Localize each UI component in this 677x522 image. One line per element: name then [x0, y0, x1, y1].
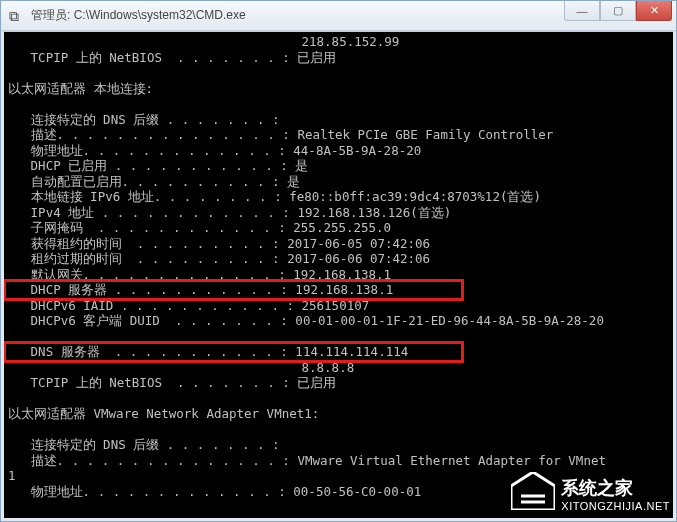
- description-value: Realtek PCIe GBE Family Controller: [297, 127, 553, 142]
- adapter-header-local: 以太网适配器 本地连接:: [8, 81, 153, 96]
- ipv4-value: 192.168.138.126(首选): [297, 205, 451, 220]
- lease-obtained-value: 2017-06-05 07:42:06: [287, 236, 430, 251]
- watermark-name: 系统之家: [561, 478, 633, 498]
- default-gateway-label: 默认网关. . . . . . . . . . . . . :: [31, 267, 286, 282]
- close-button[interactable]: ✕: [636, 1, 672, 21]
- subnet-value: 255.255.255.0: [293, 220, 391, 235]
- vmnet-physaddr-label: 物理地址. . . . . . . . . . . . . :: [31, 484, 286, 499]
- watermark-url: XITONGZHIJIA.NET: [561, 500, 670, 512]
- terminal-output: 218.85.152.99 TCPIP 上的 NetBIOS . . . . .…: [1, 31, 676, 521]
- autoconfig-label: 自动配置已启用. . . . . . . . . . :: [31, 174, 280, 189]
- dns-servers-value: 114.114.114.114: [295, 344, 408, 359]
- dns-alt-value: 8.8.8.8: [302, 360, 355, 375]
- window-controls: — ▢ ✕: [564, 1, 672, 23]
- default-gateway-value: 192.168.138.1: [293, 267, 391, 282]
- dhcp-enabled-value: 是: [295, 158, 308, 173]
- netbios2-label: TCPIP 上的 NetBIOS . . . . . . . :: [31, 375, 290, 390]
- dns-servers-highlight: DNS 服务器 . . . . . . . . . . . : 114.114.…: [6, 344, 461, 360]
- netbios-value: 已启用: [297, 50, 336, 65]
- dhcpv6-iaid-label: DHCPv6 IAID . . . . . . . . . . . :: [31, 298, 294, 313]
- dhcpv6-iaid-value: 256150107: [302, 298, 370, 313]
- lease-expires-value: 2017-06-06 07:42:06: [287, 251, 430, 266]
- lease-expires-label: 租约过期的时间 . . . . . . . . . :: [31, 251, 280, 266]
- ip-address: 218.85.152.99: [302, 34, 400, 49]
- dhcpv6-duid-value: 00-01-00-01-1F-21-ED-96-44-8A-5B-9A-28-2…: [295, 313, 604, 328]
- vmnet-dns-suffix-label: 连接特定的 DNS 后缀 . . . . . . . :: [31, 437, 280, 452]
- dhcpv6-duid-label: DHCPv6 客户端 DUID . . . . . . . :: [31, 313, 288, 328]
- vmnet-description-value: VMware Virtual Ethernet Adapter for VMne…: [297, 453, 606, 468]
- watermark: 系统之家 XITONGZHIJIA.NET: [511, 472, 670, 515]
- vmnet-physaddr-value: 00-50-56-C0-00-01: [293, 484, 421, 499]
- cmd-icon: ⧉: [9, 8, 25, 24]
- adapter-header-vmnet: 以太网适配器 VMware Network Adapter VMnet1:: [8, 406, 319, 421]
- vmnet-extra: 1: [8, 468, 16, 483]
- watermark-icon: [511, 472, 555, 515]
- maximize-button[interactable]: ▢: [600, 1, 636, 21]
- lease-obtained-label: 获得租约的时间 . . . . . . . . . :: [31, 236, 280, 251]
- dhcp-server-highlight: DHCP 服务器 . . . . . . . . . . . : 192.168…: [6, 282, 461, 298]
- vmnet-description-label: 描述. . . . . . . . . . . . . . . :: [31, 453, 290, 468]
- dns-suffix-label: 连接特定的 DNS 后缀 . . . . . . . :: [31, 112, 280, 127]
- cmd-window: ⧉ 管理员: C:\Windows\system32\CMD.exe — ▢ ✕…: [0, 0, 677, 522]
- subnet-label: 子网掩码 . . . . . . . . . . . . :: [31, 220, 286, 235]
- dhcp-server-value: 192.168.138.1: [295, 282, 393, 297]
- autoconfig-value: 是: [287, 174, 300, 189]
- dns-servers-label: DNS 服务器 . . . . . . . . . . . :: [31, 344, 288, 359]
- link-ipv6-value: fe80::b0ff:ac39:9dc4:8703%12(首选): [289, 189, 541, 204]
- physaddr-label: 物理地址. . . . . . . . . . . . . :: [31, 143, 286, 158]
- description-label: 描述. . . . . . . . . . . . . . . :: [31, 127, 290, 142]
- svg-marker-0: [511, 472, 555, 510]
- minimize-button[interactable]: —: [564, 1, 600, 21]
- ipv4-label: IPv4 地址 . . . . . . . . . . . . :: [31, 205, 290, 220]
- physaddr-value: 44-8A-5B-9A-28-20: [293, 143, 421, 158]
- netbios-label: TCPIP 上的 NetBIOS . . . . . . . :: [31, 50, 290, 65]
- netbios2-value: 已启用: [297, 375, 336, 390]
- link-ipv6-label: 本地链接 IPv6 地址. . . . . . . . :: [31, 189, 282, 204]
- watermark-text: 系统之家 XITONGZHIJIA.NET: [561, 476, 670, 512]
- dhcp-server-label: DHCP 服务器 . . . . . . . . . . . :: [31, 282, 288, 297]
- dhcp-enabled-label: DHCP 已启用 . . . . . . . . . . . :: [31, 158, 288, 173]
